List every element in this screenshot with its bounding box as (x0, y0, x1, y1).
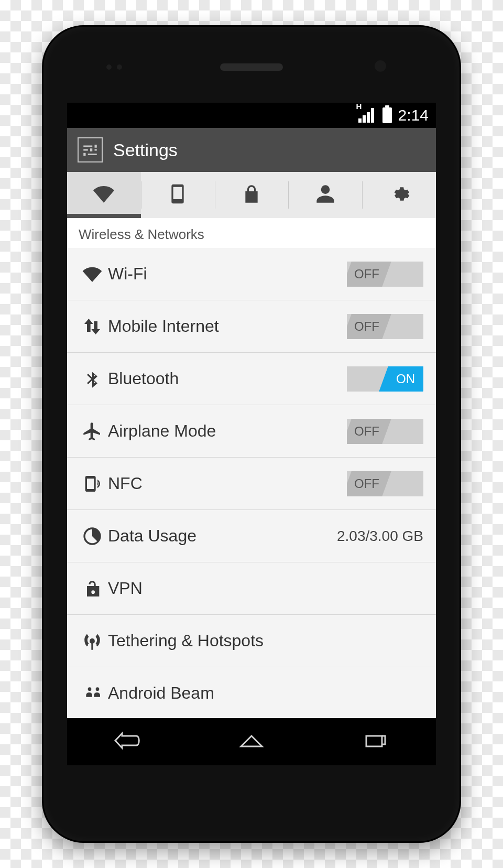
row-label: VPN (108, 579, 423, 598)
phone-icon (167, 183, 188, 207)
airplane-icon (76, 421, 108, 442)
back-button[interactable] (113, 730, 144, 753)
row-label: Wi-Fi (108, 264, 347, 284)
row-label: Mobile Internet (108, 317, 347, 336)
row-data-usage[interactable]: Data Usage 2.03/3.00 GB (67, 510, 436, 562)
person-icon (315, 183, 336, 207)
phone-sensor-dots (106, 64, 122, 70)
tab-personal[interactable] (288, 172, 362, 218)
home-button[interactable] (236, 730, 267, 753)
status-bar: H 2:14 (67, 103, 436, 128)
row-tethering[interactable]: Tethering & Hotspots (67, 615, 436, 667)
phone-speaker (220, 63, 283, 71)
wifi-toggle[interactable]: OFF (347, 262, 423, 287)
row-label: Airplane Mode (108, 421, 347, 441)
nfc-icon (76, 473, 108, 494)
data-pie-icon (76, 526, 108, 547)
hotspot-icon (76, 631, 108, 652)
android-beam-icon (76, 683, 108, 704)
row-wifi[interactable]: Wi-Fi OFF (67, 248, 436, 300)
row-label: NFC (108, 474, 347, 493)
screen: H 2:14 Settings (67, 103, 436, 765)
settings-list: Wi-Fi OFF Mobile Internet OFF Bluetooth (67, 248, 436, 718)
tab-security[interactable] (215, 172, 289, 218)
wifi-icon (93, 183, 114, 207)
row-mobile-internet[interactable]: Mobile Internet OFF (67, 300, 436, 353)
tab-system[interactable] (362, 172, 436, 218)
nfc-toggle[interactable]: OFF (347, 471, 423, 496)
row-label: Bluetooth (108, 369, 347, 388)
gear-icon (389, 183, 410, 207)
title-bar: Settings (67, 128, 436, 172)
tab-wireless[interactable] (67, 172, 141, 218)
row-nfc[interactable]: NFC OFF (67, 458, 436, 510)
row-label: Data Usage (108, 526, 337, 546)
mobile-internet-toggle[interactable]: OFF (347, 314, 423, 339)
data-arrows-icon (76, 316, 108, 337)
row-airplane-mode[interactable]: Airplane Mode OFF (67, 405, 436, 458)
tab-device[interactable] (141, 172, 215, 218)
recent-apps-button[interactable] (359, 730, 390, 753)
tab-strip (67, 172, 436, 218)
row-android-beam[interactable]: Android Beam (67, 667, 436, 718)
phone-front-camera (375, 60, 386, 72)
svg-rect-0 (366, 736, 382, 746)
battery-icon (382, 107, 392, 123)
bluetooth-icon (76, 368, 108, 389)
airplane-toggle[interactable]: OFF (347, 419, 423, 444)
row-label: Android Beam (108, 683, 423, 703)
vpn-lock-icon (76, 578, 108, 599)
data-usage-value: 2.03/3.00 GB (337, 528, 423, 545)
wifi-icon (76, 264, 108, 285)
page-title: Settings (113, 140, 178, 160)
signal-icon: H (358, 108, 376, 123)
bluetooth-toggle[interactable]: ON (347, 366, 423, 392)
clock: 2:14 (398, 106, 429, 124)
network-type: H (356, 103, 362, 111)
phone-frame: H 2:14 Settings (42, 25, 461, 843)
row-label: Tethering & Hotspots (108, 631, 423, 650)
row-bluetooth[interactable]: Bluetooth ON (67, 353, 436, 405)
navigation-bar (67, 718, 436, 765)
settings-sliders-icon (78, 137, 103, 162)
row-vpn[interactable]: VPN (67, 562, 436, 615)
lock-icon (241, 183, 262, 207)
section-header: Wireless & Networks (67, 218, 436, 248)
